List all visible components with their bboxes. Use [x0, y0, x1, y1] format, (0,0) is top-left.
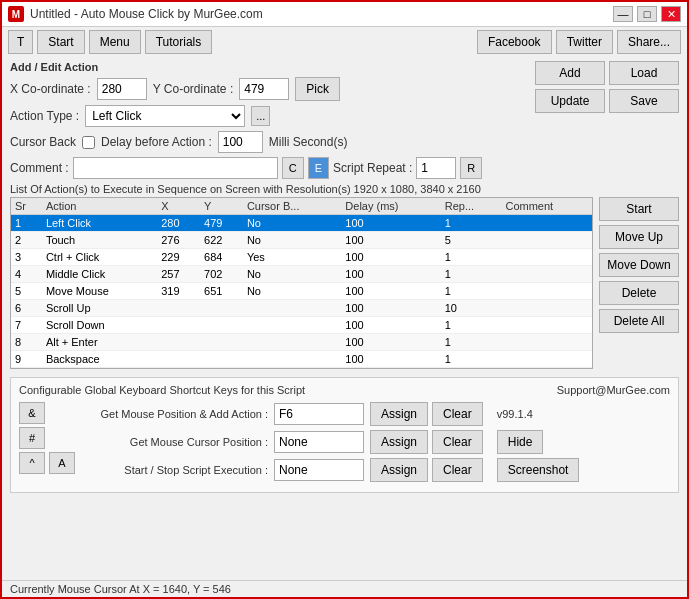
- table-cell-comment: [501, 283, 592, 300]
- action-table: Sr Action X Y Cursor B... Delay (ms) Rep…: [11, 198, 592, 368]
- table-row[interactable]: 6Scroll Up10010: [11, 300, 592, 317]
- table-cell-cursor_b: [243, 300, 341, 317]
- table-cell-action: Left Click: [42, 215, 157, 232]
- assign-button-2[interactable]: Assign: [370, 430, 428, 454]
- table-cell-sr: 2: [11, 232, 42, 249]
- table-cell-delay: 100: [341, 249, 440, 266]
- caret-key[interactable]: ^: [19, 452, 45, 474]
- maximize-button[interactable]: □: [637, 6, 657, 22]
- action-table-wrap: Sr Action X Y Cursor B... Delay (ms) Rep…: [10, 197, 679, 369]
- table-cell-x: 229: [157, 249, 200, 266]
- facebook-button[interactable]: Facebook: [477, 30, 552, 54]
- shortcut-section: Configurable Global Keyboard Shortcut Ke…: [10, 377, 679, 493]
- pick-button[interactable]: Pick: [295, 77, 340, 101]
- table-cell-y: [200, 317, 243, 334]
- shortcut-header: Configurable Global Keyboard Shortcut Ke…: [19, 384, 670, 396]
- col-sr: Sr: [11, 198, 42, 215]
- y-input[interactable]: [239, 78, 289, 100]
- milli-label: Milli Second(s): [269, 135, 348, 149]
- shortcut-label-3: Start / Stop Script Execution :: [83, 464, 268, 476]
- table-cell-y: 479: [200, 215, 243, 232]
- table-cell-y: 702: [200, 266, 243, 283]
- move-down-button[interactable]: Move Down: [599, 253, 679, 277]
- title-bar: M Untitled - Auto Mouse Click by MurGee.…: [2, 2, 687, 27]
- table-row[interactable]: 3Ctrl + Click229684Yes1001: [11, 249, 592, 266]
- hide-button[interactable]: Hide: [497, 430, 544, 454]
- shortcut-input-2[interactable]: [274, 431, 364, 453]
- action-type-select[interactable]: Left Click: [85, 105, 245, 127]
- table-cell-rep: 1: [441, 266, 502, 283]
- table-row[interactable]: 9Backspace1001: [11, 351, 592, 368]
- table-cell-sr: 3: [11, 249, 42, 266]
- assign-button-3[interactable]: Assign: [370, 458, 428, 482]
- move-up-button[interactable]: Move Up: [599, 225, 679, 249]
- table-row[interactable]: 4Middle Click257702No1001: [11, 266, 592, 283]
- comment-input[interactable]: [73, 157, 278, 179]
- title-left: M Untitled - Auto Mouse Click by MurGee.…: [8, 6, 263, 22]
- close-button[interactable]: ✕: [661, 6, 681, 22]
- clear-button-3[interactable]: Clear: [432, 458, 483, 482]
- shortcut-input-3[interactable]: [274, 459, 364, 481]
- start-side-button[interactable]: Start: [599, 197, 679, 221]
- minimize-button[interactable]: ―: [613, 6, 633, 22]
- delay-input[interactable]: [218, 131, 263, 153]
- cursor-back-checkbox[interactable]: [82, 136, 95, 149]
- table-cell-x: [157, 351, 200, 368]
- add-button[interactable]: Add: [535, 61, 605, 85]
- table-cell-rep: 1: [441, 283, 502, 300]
- table-cell-sr: 4: [11, 266, 42, 283]
- side-buttons: Start Move Up Move Down Delete Delete Al…: [599, 197, 679, 369]
- table-row[interactable]: 7Scroll Down1001: [11, 317, 592, 334]
- action-table-container: Sr Action X Y Cursor B... Delay (ms) Rep…: [10, 197, 593, 369]
- table-cell-sr: 6: [11, 300, 42, 317]
- shortcut-row-3: Start / Stop Script Execution : Assign C…: [83, 458, 670, 482]
- dots-button[interactable]: ...: [251, 106, 270, 126]
- a-key[interactable]: A: [49, 452, 75, 474]
- delete-button[interactable]: Delete: [599, 281, 679, 305]
- c-button[interactable]: C: [282, 157, 304, 179]
- table-row[interactable]: 1Left Click280479No1001: [11, 215, 592, 232]
- table-cell-cursor_b: [243, 317, 341, 334]
- table-cell-action: Move Mouse: [42, 283, 157, 300]
- table-cell-x: 319: [157, 283, 200, 300]
- script-repeat-input[interactable]: [416, 157, 456, 179]
- list-section: List Of Action(s) to Execute in Sequence…: [10, 183, 679, 369]
- version-text: v99.1.4: [497, 408, 533, 420]
- table-cell-x: 280: [157, 215, 200, 232]
- update-button[interactable]: Update: [535, 89, 605, 113]
- table-cell-cursor_b: No: [243, 266, 341, 283]
- shortcut-actions-2: Assign Clear: [370, 430, 483, 454]
- e-button[interactable]: E: [308, 157, 329, 179]
- r-button[interactable]: R: [460, 157, 482, 179]
- col-rep: Rep...: [441, 198, 502, 215]
- cursor-back-label: Cursor Back: [10, 135, 76, 149]
- main-content: Add / Edit Action X Co-ordinate : Y Co-o…: [2, 57, 687, 580]
- x-input[interactable]: [97, 78, 147, 100]
- screenshot-button[interactable]: Screenshot: [497, 458, 580, 482]
- comment-label: Comment :: [10, 161, 69, 175]
- share-button[interactable]: Share...: [617, 30, 681, 54]
- tutorials-button[interactable]: Tutorials: [145, 30, 213, 54]
- assign-button-1[interactable]: Assign: [370, 402, 428, 426]
- table-cell-x: [157, 300, 200, 317]
- ampersand-key[interactable]: &: [19, 402, 45, 424]
- table-cell-delay: 100: [341, 300, 440, 317]
- main-action-buttons: Add Load Update Save: [535, 61, 679, 113]
- hash-key[interactable]: #: [19, 427, 45, 449]
- twitter-button[interactable]: Twitter: [556, 30, 613, 54]
- col-x: X: [157, 198, 200, 215]
- start-toolbar-button[interactable]: Start: [37, 30, 84, 54]
- table-cell-delay: 100: [341, 351, 440, 368]
- table-row[interactable]: 5Move Mouse319651No1001: [11, 283, 592, 300]
- clear-button-1[interactable]: Clear: [432, 402, 483, 426]
- load-button[interactable]: Load: [609, 61, 679, 85]
- tab-t-button[interactable]: T: [8, 30, 33, 54]
- save-button[interactable]: Save: [609, 89, 679, 113]
- clear-button-2[interactable]: Clear: [432, 430, 483, 454]
- table-row[interactable]: 2Touch276622No1005: [11, 232, 592, 249]
- shortcut-input-1[interactable]: [274, 403, 364, 425]
- delete-all-button[interactable]: Delete All: [599, 309, 679, 333]
- add-edit-title: Add / Edit Action: [10, 61, 482, 73]
- menu-button[interactable]: Menu: [89, 30, 141, 54]
- table-row[interactable]: 8Alt + Enter1001: [11, 334, 592, 351]
